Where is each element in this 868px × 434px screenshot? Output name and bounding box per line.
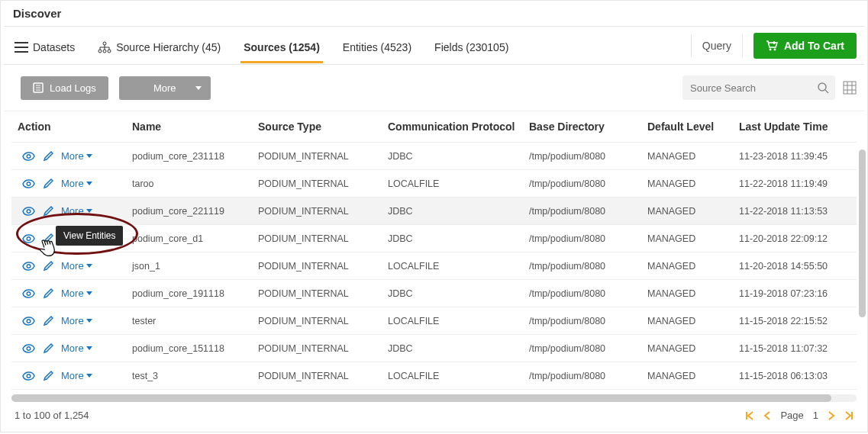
cell-updated: 11-23-2018 11:39:45	[739, 151, 861, 162]
tab-sources[interactable]: Sources (1254)	[240, 34, 323, 63]
col-level: Default Level	[647, 121, 739, 133]
tab-label: Sources (1254)	[244, 41, 320, 53]
table-row[interactable]: Morepodium_core_221119PODIUM_INTERNALJDB…	[11, 198, 857, 225]
row-more-link[interactable]: More	[61, 150, 92, 162]
action-cell: More	[18, 205, 132, 217]
edit-icon[interactable]	[43, 371, 53, 381]
view-icon[interactable]	[22, 234, 35, 243]
vertical-scrollbar[interactable]	[859, 149, 866, 317]
cell-baseDir: /tmp/podium/8080	[529, 151, 647, 162]
first-page-icon[interactable]	[745, 411, 754, 420]
next-page-icon[interactable]	[828, 411, 835, 420]
horizontal-scrollbar[interactable]	[11, 394, 857, 402]
more-label: More	[61, 370, 84, 381]
view-icon[interactable]	[22, 344, 35, 353]
edit-icon[interactable]	[43, 178, 53, 189]
edit-icon[interactable]	[43, 151, 53, 162]
prev-page-icon[interactable]	[763, 411, 771, 420]
cell-baseDir: /tmp/podium/8080	[529, 288, 647, 299]
cell-updated: 11-20-2018 22:09:12	[739, 233, 861, 244]
last-page-icon[interactable]	[844, 411, 853, 420]
cell-sourceType: PODIUM_INTERNAL	[258, 288, 388, 299]
view-icon[interactable]	[22, 152, 35, 161]
query-link[interactable]: Query	[702, 40, 731, 52]
row-more-link[interactable]: More	[61, 370, 92, 381]
table-row[interactable]: MoretesterPODIUM_INTERNALLOCALFILE/tmp/p…	[11, 307, 857, 335]
hierarchy-icon	[98, 41, 111, 53]
cell-baseDir: /tmp/podium/8080	[529, 233, 647, 244]
view-icon[interactable]	[22, 289, 35, 298]
cell-sourceType: PODIUM_INTERNAL	[258, 343, 388, 354]
edit-icon[interactable]	[43, 316, 53, 326]
table-row[interactable]: Morepodium_core_191118PODIUM_INTERNALJDB…	[11, 280, 857, 307]
cell-baseDir: /tmp/podium/8080	[529, 343, 647, 354]
cell-level: MANAGED	[647, 151, 739, 162]
table-row[interactable]: Morejson_1PODIUM_INTERNALLOCALFILE/tmp/p…	[11, 252, 857, 280]
tab-source-hierarchy[interactable]: Source Hierarchy (45)	[95, 34, 224, 63]
cell-updated: 11-22-2018 11:13:53	[739, 206, 861, 217]
tab-bar: Datasets Source Hierarchy (45) Sources (…	[4, 27, 864, 65]
edit-icon[interactable]	[43, 261, 53, 272]
cell-level: MANAGED	[647, 371, 739, 381]
cell-updated: 11-22-2018 11:19:49	[739, 178, 861, 189]
grid-view-icon[interactable]	[843, 81, 857, 95]
table-row[interactable]: Morepodium_core_151118PODIUM_INTERNALJDB…	[11, 335, 857, 362]
row-more-link[interactable]: More	[61, 315, 92, 326]
cell-updated: 11-20-2018 14:55:50	[739, 261, 861, 272]
row-more-link[interactable]: More	[61, 260, 92, 272]
tab-datasets[interactable]: Datasets	[11, 34, 78, 63]
add-to-cart-button[interactable]: Add To Cart	[753, 33, 857, 59]
tab-label: Entities (4523)	[343, 41, 411, 53]
page-label: Page	[780, 410, 803, 421]
source-search-input[interactable]	[682, 76, 835, 100]
cell-sourceType: PODIUM_INTERNAL	[258, 261, 388, 272]
edit-icon[interactable]	[43, 206, 53, 217]
row-more-link[interactable]: More	[61, 342, 92, 354]
view-icon[interactable]	[22, 179, 35, 188]
more-label: More	[61, 315, 84, 326]
tab-fields[interactable]: Fields (230105)	[431, 34, 511, 63]
load-logs-button[interactable]: Load Logs	[21, 76, 108, 100]
action-cell: More	[18, 150, 132, 162]
table-row[interactable]: Morepodium_core_d1PODIUM_INTERNALJDBC/tm…	[11, 225, 857, 252]
cell-name: json_1	[132, 261, 258, 272]
cart-icon	[766, 40, 778, 52]
view-icon[interactable]	[22, 262, 35, 271]
button-label: Load Logs	[50, 82, 96, 94]
cell-name: podium_core_231118	[132, 151, 258, 162]
more-label: More	[61, 260, 84, 272]
edit-icon[interactable]	[43, 343, 53, 354]
row-more-link[interactable]: More	[61, 178, 92, 189]
cell-protocol: JDBC	[388, 206, 529, 217]
sources-table: Action Name Source Type Communication Pr…	[4, 111, 864, 390]
view-icon[interactable]	[22, 317, 35, 326]
svg-point-16	[27, 346, 31, 350]
cell-protocol: JDBC	[388, 151, 529, 162]
view-icon[interactable]	[22, 371, 35, 381]
table-row[interactable]: Moretest_3PODIUM_INTERNALLOCALFILE/tmp/p…	[11, 362, 857, 390]
tab-label: Datasets	[33, 41, 75, 53]
search-text[interactable]	[689, 82, 818, 95]
cell-sourceType: PODIUM_INTERNAL	[258, 206, 388, 217]
row-more-link[interactable]: More	[61, 288, 92, 299]
cell-level: MANAGED	[647, 316, 739, 326]
cell-sourceType: PODIUM_INTERNAL	[258, 316, 388, 326]
tab-entities[interactable]: Entities (4523)	[340, 34, 415, 63]
search-icon[interactable]	[818, 82, 829, 94]
row-more-link[interactable]: More	[61, 205, 92, 217]
table-row[interactable]: MoretarooPODIUM_INTERNALLOCALFILE/tmp/po…	[11, 170, 857, 198]
page-title: Discover	[4, 1, 864, 27]
cell-level: MANAGED	[647, 288, 739, 299]
more-button[interactable]: More	[119, 76, 211, 100]
table-row[interactable]: Morepodium_core_231118PODIUM_INTERNALJDB…	[11, 143, 857, 170]
edit-icon[interactable]	[43, 288, 53, 299]
col-protocol: Communication Protocol	[388, 121, 529, 133]
svg-point-12	[27, 236, 31, 240]
view-icon[interactable]	[22, 207, 35, 216]
svg-point-10	[27, 182, 31, 185]
svg-point-17	[27, 374, 31, 378]
chevron-down-icon	[86, 182, 92, 185]
action-cell: More	[18, 315, 132, 326]
chevron-down-icon	[86, 346, 92, 350]
cell-name: test_3	[132, 371, 258, 381]
